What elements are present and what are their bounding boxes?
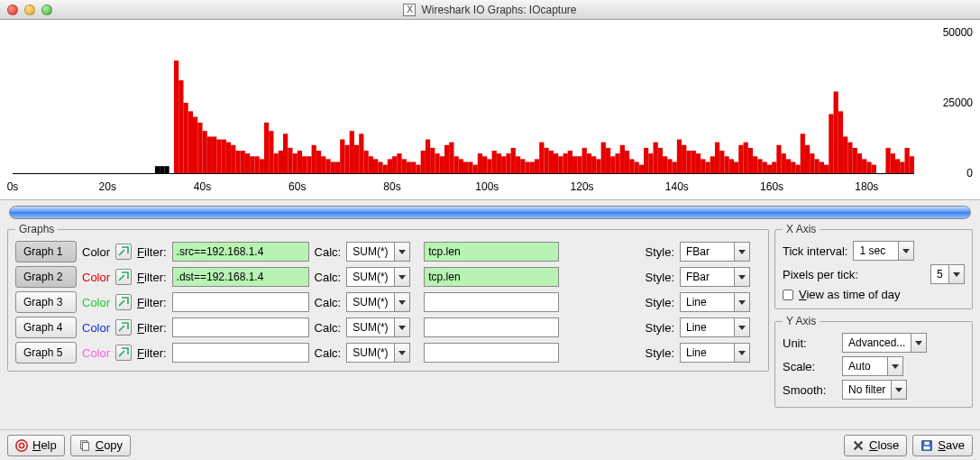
- calc-field-input[interactable]: [424, 267, 559, 287]
- svg-rect-63: [468, 162, 472, 173]
- svg-rect-24: [283, 133, 288, 173]
- svg-rect-60: [453, 156, 458, 173]
- svg-rect-112: [701, 159, 705, 173]
- svg-rect-120: [738, 145, 743, 173]
- svg-rect-44: [378, 162, 382, 173]
- filter-label: Filter:: [137, 245, 167, 259]
- svg-rect-2: [179, 80, 183, 173]
- svg-rect-43: [373, 159, 378, 173]
- calc-select[interactable]: SUM(*): [346, 343, 418, 363]
- help-button[interactable]: Help: [7, 435, 65, 456]
- filter-input[interactable]: [172, 317, 309, 337]
- chevron-down-icon: [911, 333, 927, 353]
- filter-input[interactable]: [172, 292, 309, 312]
- svg-rect-88: [587, 153, 591, 173]
- smooth-select[interactable]: No filter: [842, 380, 965, 400]
- filter-apply-icon[interactable]: [115, 345, 132, 361]
- style-select[interactable]: FBar: [680, 267, 761, 287]
- unit-select[interactable]: Advanced...: [842, 333, 965, 353]
- chevron-down-icon: [394, 267, 410, 287]
- svg-rect-149: [885, 148, 890, 173]
- svg-rect-131: [791, 162, 795, 173]
- svg-rect-124: [757, 159, 762, 173]
- calc-field-input[interactable]: [424, 343, 559, 363]
- svg-rect-21: [269, 131, 273, 173]
- svg-rect-17: [250, 156, 254, 173]
- graph-toggle-button[interactable]: Graph 3: [15, 291, 77, 313]
- view-as-timeofday-checkbox[interactable]: [783, 290, 793, 300]
- filter-input[interactable]: [172, 343, 309, 363]
- copy-button[interactable]: Copy: [70, 435, 131, 456]
- style-label: Style:: [645, 271, 674, 284]
- svg-rect-16: [245, 153, 250, 173]
- svg-rect-117: [724, 156, 728, 173]
- calc-field-input[interactable]: [424, 292, 559, 312]
- calc-field-input[interactable]: [424, 242, 559, 262]
- scale-select[interactable]: Auto: [842, 356, 965, 376]
- save-button[interactable]: Save: [912, 435, 973, 456]
- chevron-down-icon: [394, 343, 410, 363]
- svg-rect-7: [203, 131, 207, 173]
- svg-rect-161: [82, 442, 88, 450]
- svg-rect-87: [582, 148, 587, 173]
- svg-rect-51: [411, 162, 416, 173]
- close-button[interactable]: Close: [844, 435, 907, 456]
- chevron-down-icon: [898, 241, 914, 261]
- style-label: Style:: [645, 346, 674, 360]
- graph-color-label: Color: [82, 271, 110, 284]
- filter-apply-icon[interactable]: [115, 319, 132, 336]
- filter-apply-icon[interactable]: [115, 294, 132, 310]
- svg-rect-140: [834, 92, 838, 173]
- svg-rect-11: [222, 140, 226, 173]
- calc-select[interactable]: SUM(*): [346, 242, 418, 262]
- style-select[interactable]: Line: [680, 292, 761, 312]
- calc-label: Calc:: [315, 245, 342, 259]
- svg-rect-164: [925, 441, 930, 445]
- style-label: Style:: [645, 245, 674, 259]
- window-zoom-button[interactable]: [41, 5, 52, 15]
- graph-toggle-button[interactable]: Graph 4: [15, 317, 77, 338]
- calc-select[interactable]: SUM(*): [346, 292, 418, 312]
- svg-rect-61: [459, 159, 463, 173]
- svg-rect-58: [444, 145, 449, 173]
- svg-rect-99: [639, 165, 644, 173]
- calc-field-input[interactable]: [424, 317, 559, 337]
- graph-toggle-button[interactable]: Graph 1: [15, 241, 77, 262]
- svg-rect-151: [895, 159, 900, 173]
- svg-rect-108: [682, 145, 686, 173]
- svg-rect-70: [501, 156, 506, 173]
- filter-apply-icon[interactable]: [115, 269, 132, 285]
- calc-select[interactable]: SUM(*): [346, 317, 418, 337]
- style-select[interactable]: FBar: [680, 242, 761, 262]
- svg-rect-163: [924, 446, 930, 449]
- window-close-button[interactable]: [7, 5, 18, 15]
- style-select[interactable]: Line: [680, 317, 761, 337]
- horizontal-scrollbar[interactable]: [9, 206, 971, 219]
- window-minimize-button[interactable]: [24, 5, 35, 15]
- svg-rect-84: [568, 151, 572, 173]
- svg-rect-105: [667, 159, 672, 173]
- svg-rect-19: [260, 159, 264, 173]
- svg-rect-156: [160, 166, 164, 173]
- io-chart[interactable]: [13, 32, 914, 173]
- svg-rect-79: [544, 148, 548, 173]
- filter-input[interactable]: [172, 242, 309, 262]
- graph-toggle-button[interactable]: Graph 5: [15, 342, 77, 363]
- svg-rect-109: [686, 151, 691, 173]
- style-select[interactable]: Line: [680, 343, 761, 363]
- copy-icon: [78, 439, 91, 452]
- graphs-group: Graphs Graph 1 Color Filter: Calc: SUM(*…: [7, 223, 769, 372]
- tick-interval-select[interactable]: 1 sec: [853, 241, 965, 261]
- svg-rect-115: [715, 143, 719, 173]
- x-tick-label: 20s: [99, 180, 116, 193]
- calc-select[interactable]: SUM(*): [346, 267, 418, 287]
- filter-input[interactable]: [172, 267, 309, 287]
- svg-rect-20: [264, 123, 269, 173]
- svg-rect-50: [407, 162, 411, 173]
- pixels-per-tick-select[interactable]: 5: [930, 264, 965, 284]
- svg-rect-13: [231, 145, 235, 173]
- graph-toggle-button[interactable]: Graph 2: [15, 266, 77, 288]
- svg-rect-66: [482, 156, 487, 173]
- filter-apply-icon[interactable]: [115, 244, 132, 260]
- svg-rect-30: [312, 145, 316, 173]
